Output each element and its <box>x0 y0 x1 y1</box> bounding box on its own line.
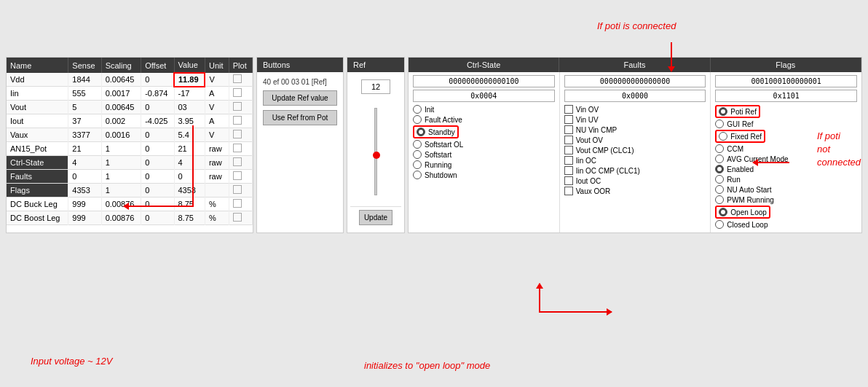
radio-circle <box>719 208 727 216</box>
plot-checkbox[interactable] <box>233 213 242 222</box>
buttons-panel: Buttons 40 ef 00 03 01 [Ref] Update Ref … <box>256 57 344 233</box>
plot-checkbox[interactable] <box>233 116 242 125</box>
update-ref-button[interactable]: Update Ref value <box>263 90 337 106</box>
check-box <box>564 115 573 124</box>
radio-item[interactable]: Init <box>413 104 555 114</box>
cell-unit: A <box>205 114 229 128</box>
checkbox-item[interactable]: Vaux OOR <box>564 186 706 196</box>
annotation-right: If poti not connected <box>817 130 861 170</box>
radio-item[interactable]: Shutdown <box>413 170 555 180</box>
col-unit: Unit <box>205 58 229 73</box>
plot-checkbox[interactable] <box>233 130 242 138</box>
checkbox-item[interactable]: Iin OC CMP (CLC1) <box>564 165 706 176</box>
plot-checkbox[interactable] <box>233 171 242 180</box>
plot-checkbox[interactable] <box>233 88 242 97</box>
radio-item[interactable]: Softstart OL <box>413 139 555 149</box>
radio-circle <box>413 140 422 149</box>
plot-checkbox[interactable] <box>233 102 242 111</box>
col-plot: Plot <box>229 58 252 73</box>
cell-scaling: 0.002 <box>101 114 141 128</box>
radio-item[interactable]: Standby <box>413 125 555 139</box>
cell-value: 8.75 <box>174 198 205 211</box>
check-box <box>564 156 573 165</box>
cell-unit: V <box>205 101 229 114</box>
radio-item[interactable]: NU Auto Start <box>715 184 857 195</box>
radio-item[interactable]: Open Loop <box>715 205 857 219</box>
radio-item[interactable]: Poti Ref <box>715 104 857 119</box>
checkbox-item[interactable]: Vout OV <box>564 135 706 145</box>
radio-circle <box>417 128 425 136</box>
check-box <box>564 176 573 185</box>
ref-slider[interactable] <box>374 101 377 202</box>
checkbox-item[interactable]: Vin UV <box>564 114 706 125</box>
radio-item[interactable]: Closed Loop <box>715 219 857 230</box>
plot-checkbox[interactable] <box>233 144 242 152</box>
cell-value: 0 <box>174 170 205 184</box>
col-offset: Offset <box>141 58 174 73</box>
fault-label: Iin OC CMP (CLC1) <box>576 167 640 175</box>
arrow-fixed-ref <box>753 162 789 163</box>
plot-checkbox[interactable] <box>233 157 242 166</box>
flag-label: NU Auto Start <box>727 186 771 194</box>
radio-label: Fault Active <box>425 116 462 124</box>
cell-scaling: 1 <box>101 142 141 156</box>
cell-name: Ctrl-State <box>7 156 68 170</box>
radio-label: Softstart OL <box>425 141 463 149</box>
plot-checkbox[interactable] <box>233 185 242 194</box>
check-box <box>564 125 573 134</box>
radio-item[interactable]: Softstart <box>413 149 555 160</box>
check-box <box>564 146 573 155</box>
arrow-vdd-line <box>192 125 194 206</box>
checkbox-item[interactable]: Vout CMP (CLC1) <box>564 145 706 155</box>
use-ref-pot-button[interactable]: Use Ref from Pot <box>263 110 337 125</box>
fault-label: Iin OC <box>576 157 596 165</box>
cell-scaling: 1 <box>101 156 141 170</box>
faults-hex: 0x0000 <box>564 90 706 102</box>
radio-circle <box>715 165 724 173</box>
checkbox-item[interactable]: Iin OC <box>564 155 706 165</box>
cell-name: AN15_Pot <box>7 142 68 156</box>
main-container: If poti is connected If poti not connect… <box>0 0 868 387</box>
radio-item[interactable]: Running <box>413 160 555 170</box>
radio-circle <box>715 144 724 153</box>
cell-sense: 37 <box>68 114 101 128</box>
update-button[interactable]: Update <box>359 210 392 225</box>
cell-plot <box>229 128 252 142</box>
cell-name: Faults <box>7 170 68 184</box>
radio-item[interactable]: GUI Ref <box>715 119 857 129</box>
faults-header: Faults <box>559 58 710 72</box>
radio-item[interactable]: Run <box>715 174 857 184</box>
flag-label: Closed Loop <box>727 221 768 229</box>
radio-label: Shutdown <box>425 171 457 179</box>
checkbox-item[interactable]: Iout OC <box>564 176 706 186</box>
plot-checkbox[interactable] <box>233 74 242 83</box>
cell-name: Vdd <box>7 73 68 87</box>
cell-value: 4 <box>174 156 205 170</box>
arrow-vdd-horiz <box>124 206 194 207</box>
cell-unit: A <box>205 87 229 101</box>
table-row: Vaux 3377 0.0016 0 5.4 V <box>7 128 253 142</box>
cell-name: Iin <box>7 87 68 101</box>
cell-scaling: 1 <box>101 184 141 198</box>
flags-hex: 0x1101 <box>715 90 857 102</box>
outlined-radio: Poti Ref <box>715 105 760 118</box>
radio-item[interactable]: Fault Active <box>413 114 555 125</box>
table-row: Iin 555 0.0017 -0.874 -17 A <box>7 87 253 101</box>
ctrl-state-hex: 0x0004 <box>413 90 555 102</box>
check-box <box>564 166 573 175</box>
checkbox-item[interactable]: NU Vin CMP <box>564 125 706 135</box>
fault-label: Vaux OOR <box>576 187 611 195</box>
radio-item[interactable]: PWM Running <box>715 195 857 205</box>
plot-checkbox[interactable] <box>233 199 242 208</box>
cell-sense: 0 <box>68 170 101 184</box>
cell-offset: -4.025 <box>141 114 174 128</box>
radio-circle <box>715 220 724 229</box>
cell-unit: % <box>205 198 229 211</box>
table-row: Ctrl-State 4 1 0 4 raw <box>7 156 253 170</box>
flag-label: Fixed Ref <box>730 133 762 141</box>
flag-label: Open Loop <box>730 208 767 216</box>
cell-plot <box>229 198 252 211</box>
checkbox-item[interactable]: Vin OV <box>564 104 706 114</box>
cell-plot <box>229 170 252 184</box>
arrow-poti-down <box>671 42 672 71</box>
